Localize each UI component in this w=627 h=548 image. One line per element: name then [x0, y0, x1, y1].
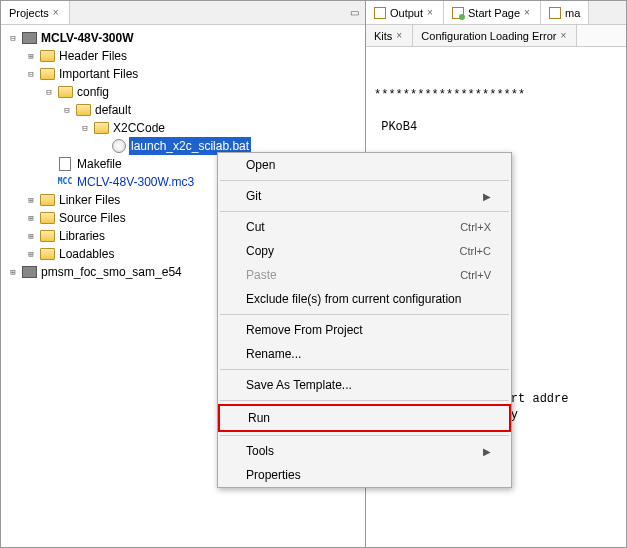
root-label: MCLV-48V-300W [39, 29, 135, 47]
menu-remove[interactable]: Remove From Project [218, 318, 511, 342]
close-icon[interactable]: × [53, 9, 61, 17]
menu-separator [220, 211, 509, 212]
collapse-icon[interactable]: ⊟ [7, 32, 19, 44]
tab-projects[interactable]: Projects × [1, 1, 70, 24]
menu-rename[interactable]: Rename... [218, 342, 511, 366]
tab-ma[interactable]: ma [541, 1, 589, 24]
chip-icon [21, 31, 37, 45]
folder-icon [39, 49, 55, 63]
expand-icon[interactable]: ⊞ [25, 230, 37, 242]
menu-properties[interactable]: Properties [218, 463, 511, 487]
node-x2ccode[interactable]: ⊟ X2CCode [79, 119, 359, 137]
page-icon [549, 7, 561, 19]
context-menu: Open Git▶ CutCtrl+X CopyCtrl+C PasteCtrl… [217, 152, 512, 488]
close-icon[interactable]: × [524, 9, 532, 17]
mcc-icon: MCC [57, 175, 73, 189]
left-tab-bar: Projects × ▭ [1, 1, 365, 25]
menu-copy[interactable]: CopyCtrl+C [218, 239, 511, 263]
folder-icon [39, 211, 55, 225]
tab-start-page[interactable]: Start Page × [444, 1, 541, 24]
bat-file-icon [111, 139, 127, 153]
menu-save-template[interactable]: Save As Template... [218, 373, 511, 397]
menu-cut[interactable]: CutCtrl+X [218, 215, 511, 239]
tab-output[interactable]: Output × [366, 1, 444, 24]
menu-separator [220, 180, 509, 181]
menu-separator [220, 400, 509, 401]
collapse-icon[interactable]: ⊟ [43, 86, 55, 98]
collapse-icon[interactable]: ⊟ [79, 122, 91, 134]
expand-icon[interactable]: ⊞ [25, 212, 37, 224]
folder-icon [57, 85, 73, 99]
folder-icon [39, 247, 55, 261]
node-important-files[interactable]: ⊟ Important Files [25, 65, 359, 83]
close-icon[interactable]: × [396, 32, 404, 40]
chevron-right-icon: ▶ [483, 191, 491, 202]
node-config[interactable]: ⊟ config [43, 83, 359, 101]
tab-projects-label: Projects [9, 7, 49, 19]
tree-root[interactable]: ⊟ MCLV-48V-300W [7, 29, 359, 47]
chevron-right-icon: ▶ [483, 446, 491, 457]
menu-tools[interactable]: Tools▶ [218, 439, 511, 463]
folder-icon [39, 193, 55, 207]
subtab-config-error[interactable]: Configuration Loading Error × [413, 25, 577, 46]
folder-icon [39, 229, 55, 243]
node-header-files[interactable]: ⊞ Header Files [25, 47, 359, 65]
close-icon[interactable]: × [560, 32, 568, 40]
expand-icon[interactable]: ⊞ [25, 194, 37, 206]
folder-icon [39, 67, 55, 81]
node-default[interactable]: ⊟ default [61, 101, 359, 119]
menu-separator [220, 314, 509, 315]
sub-tab-bar: Kits × Configuration Loading Error × [366, 25, 626, 47]
minimize-icon[interactable]: ▭ [344, 4, 365, 21]
expand-icon[interactable]: ⊞ [7, 266, 19, 278]
menu-run[interactable]: Run [218, 404, 511, 432]
menu-separator [220, 435, 509, 436]
chip-icon [21, 265, 37, 279]
menu-paste: PasteCtrl+V [218, 263, 511, 287]
page-icon [374, 7, 386, 19]
expand-icon[interactable]: ⊞ [25, 50, 37, 62]
folder-icon [75, 103, 91, 117]
subtab-kits[interactable]: Kits × [366, 25, 413, 46]
right-tab-bar: Output × Start Page × ma [366, 1, 626, 25]
collapse-icon[interactable]: ⊟ [61, 104, 73, 116]
collapse-icon[interactable]: ⊟ [25, 68, 37, 80]
menu-git[interactable]: Git▶ [218, 184, 511, 208]
menu-exclude[interactable]: Exclude file(s) from current configurati… [218, 287, 511, 311]
folder-icon [93, 121, 109, 135]
menu-separator [220, 369, 509, 370]
expand-icon[interactable]: ⊞ [25, 248, 37, 260]
file-icon [57, 157, 73, 171]
page-icon [452, 7, 464, 19]
close-icon[interactable]: × [427, 9, 435, 17]
menu-open[interactable]: Open [218, 153, 511, 177]
